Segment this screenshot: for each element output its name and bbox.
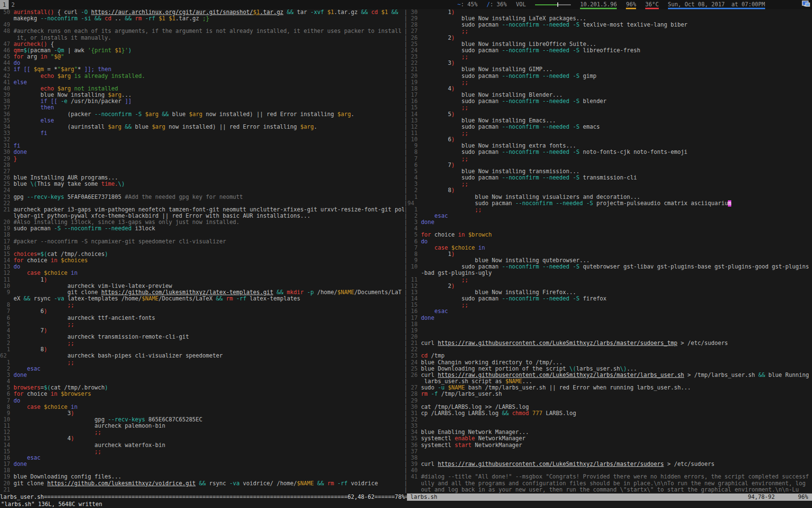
code-line[interactable]: 23gpg --recv-keys 5FAF0A6EE7371805 #Add … <box>0 194 404 200</box>
code-line[interactable]: |32 <box>404 417 812 423</box>
code-line[interactable]: 34 (aurinstall $arg && blue $arg now ins… <box>0 124 404 130</box>
code-line[interactable]: |25 blue Now installing LibreOffice Suit… <box>404 41 812 47</box>
code-line[interactable]: |5for choice in $browch <box>404 232 812 238</box>
code-line[interactable]: |13 blue Now installing Firefox... <box>404 289 812 296</box>
code-line[interactable]: |18 4) <box>404 86 812 92</box>
code-line[interactable]: |28rm -f /tmp/larbs_user.sh <box>404 391 812 397</box>
code-line[interactable]: |10 6) <box>404 136 812 143</box>
code-line[interactable]: |ully and all the programs and configura… <box>404 480 812 487</box>
code-line[interactable]: 35 else <box>0 118 404 124</box>
code-line[interactable]: 9 3) <box>0 410 404 417</box>
code-line[interactable]: 19sudo pacman -S --noconfirm --needed i3… <box>0 225 404 232</box>
code-line[interactable]: 4 <box>0 378 404 385</box>
code-line[interactable]: 62 aurcheck bash-pipes cli-visualizer sp… <box>0 353 404 359</box>
left-pane-larbs-user-sh[interactable]: 50aurinstall() { curl -O https://aur.arc… <box>0 9 404 493</box>
code-line[interactable]: |16 sudo pacman --noconfirm --needed -S … <box>404 98 812 105</box>
workspace-tag-2[interactable]: 2 <box>9 0 17 9</box>
code-line[interactable]: it, or installs it manually. <box>0 35 404 41</box>
code-line[interactable]: |3 ;; <box>404 181 812 187</box>
code-line[interactable]: 11 aurcheck palemoon-bin <box>0 423 404 429</box>
code-line[interactable]: 22 <box>0 200 404 207</box>
volume-slider[interactable] <box>535 0 571 9</box>
code-line[interactable]: 10 gpg --recv-keys 865E6C87C65285EC <box>0 417 404 423</box>
code-line[interactable]: 40 echo $arg not installed <box>0 86 404 92</box>
code-line[interactable]: |8 sudo pacman --noconfirm --needed -S n… <box>404 149 812 155</box>
code-line[interactable]: 38 if [[ -e /usr/bin/packer ]] <box>0 98 404 105</box>
code-line[interactable]: 19blue Downloading config files... <box>0 474 404 480</box>
code-line[interactable]: |41#dialog --title "All done!" --msgbox … <box>404 474 812 480</box>
code-line[interactable]: 39 blue Now installing $arg... <box>0 92 404 98</box>
code-line[interactable]: 12 ;; <box>0 429 404 435</box>
code-line[interactable]: 9 git clone https://github.com/lukesmith… <box>0 289 404 296</box>
code-line[interactable]: |20 <box>404 334 812 340</box>
code-line[interactable]: |19 ;; <box>404 79 812 86</box>
code-line[interactable]: 49 <box>0 22 404 28</box>
code-line[interactable]: |8 1) <box>404 251 812 257</box>
code-line[interactable]: |16 esac <box>404 308 812 314</box>
code-line[interactable]: 11 1) <box>0 277 404 283</box>
code-line[interactable]: 46qm=$(pacman -Qm | awk '{print $1}') <box>0 47 404 54</box>
code-line[interactable]: 44do <box>0 60 404 66</box>
code-line[interactable]: 45for arg in "$@" <box>0 54 404 60</box>
code-line[interactable]: 25blue \(This may take some time.\) <box>0 181 404 187</box>
code-line[interactable]: |30 1) <box>404 9 812 15</box>
code-line[interactable]: |28 sudo pacman --noconfirm --needed -S … <box>404 22 812 28</box>
code-line[interactable]: |15 ;; <box>404 105 812 111</box>
code-line[interactable]: |27sudo -u $NAME bash /tmp/larbs_user.sh… <box>404 385 812 391</box>
code-line[interactable]: 41else <box>0 79 404 86</box>
code-line[interactable]: 6for choice in $browsers <box>0 391 404 397</box>
code-line[interactable]: 20git clone https://github.com/lukesmith… <box>0 480 404 487</box>
code-line[interactable]: 33 fi <box>0 130 404 136</box>
code-line[interactable]: 4 7) <box>0 328 404 334</box>
code-line[interactable]: |11 ;; <box>404 130 812 136</box>
code-line[interactable]: 18 <box>0 467 404 474</box>
code-line[interactable]: 5browsers=$(cat /tmp/.browch) <box>0 385 404 391</box>
code-line[interactable]: 7do <box>0 398 404 404</box>
code-line[interactable]: 26blue Installing AUR programs... <box>0 175 404 181</box>
code-line[interactable]: |1 blue Now installing visualizers and d… <box>404 194 812 200</box>
statusline-inactive[interactable]: larbs_user.sh===========================… <box>0 493 407 501</box>
code-line[interactable]: |37 <box>404 448 812 455</box>
code-line[interactable]: 17#packer --noconfirm -S ncpamixer-git s… <box>0 239 404 245</box>
code-line[interactable]: |13 blue Now installing Emacs... <box>404 118 812 124</box>
code-line[interactable]: |24 sudo pacman --noconfirm --needed -S … <box>404 47 812 54</box>
code-line[interactable]: |2 8) <box>404 187 812 194</box>
code-line[interactable]: 15choices=$(cat /tmp/.choices) <box>0 251 404 257</box>
code-line[interactable]: 13do <box>0 264 404 270</box>
code-line[interactable]: |38 <box>404 455 812 461</box>
code-line[interactable]: 21aurcheck packer i3-gaps vim-pathogen n… <box>0 207 404 213</box>
code-line[interactable]: |24blue Changin working directory to /tm… <box>404 359 812 366</box>
code-line[interactable]: 12 case $choice in <box>0 270 404 276</box>
workspace-tag-1[interactable]: 1 <box>0 0 9 9</box>
code-line[interactable]: 8 ;; <box>0 302 404 308</box>
code-line[interactable]: |14 sudo pacman --noconfirm --needed -S … <box>404 296 812 302</box>
code-line[interactable]: |21 blue Now installing GIMP... <box>404 66 812 73</box>
code-line[interactable]: |20 sudo pacman --noconfirm --needed -S … <box>404 73 812 79</box>
code-line[interactable]: 48#aurcheck runs on each of its argument… <box>0 28 404 34</box>
code-line[interactable]: |3done <box>404 219 812 225</box>
code-line[interactable]: 30done <box>0 149 404 155</box>
code-line[interactable]: 27 <box>0 168 404 175</box>
code-line[interactable]: |1 ;; <box>404 207 812 213</box>
code-line[interactable]: |33 <box>404 423 812 429</box>
code-line[interactable]: |30cat /tmp/LARBS.log >> /LARBS.log <box>404 404 812 410</box>
code-line[interactable]: |4 <box>404 225 812 232</box>
code-line[interactable]: |11 ;; <box>404 277 812 283</box>
code-line[interactable]: 5 ;; <box>0 321 404 328</box>
code-line[interactable]: |12 sudo pacman --noconfirm --needed -S … <box>404 124 812 130</box>
code-line[interactable]: |5 blue Now installing transmission... <box>404 168 812 175</box>
code-line[interactable]: 1 ;; <box>0 359 404 366</box>
code-line[interactable]: |19 <box>404 328 812 334</box>
code-line[interactable]: 24 <box>0 187 404 194</box>
code-line[interactable]: |7 case $choice in <box>404 245 812 251</box>
code-line[interactable]: |4 sudo pacman --noconfirm --needed -S t… <box>404 175 812 181</box>
right-pane-larbs-sh[interactable]: |30 1)|29 blue Now installing LaTeX pack… <box>404 9 812 493</box>
code-line[interactable]: |34blue Enabling Network Manager... <box>404 429 812 435</box>
code-line[interactable]: | larbs_user.sh script as $NAME... <box>404 378 812 385</box>
code-line[interactable]: |39curl https://raw.githubusercontent.co… <box>404 461 812 467</box>
code-line[interactable]: |22 3) <box>404 60 812 66</box>
code-line[interactable]: eX && rsync -va latex-templates /home/$N… <box>0 296 404 302</box>
code-line[interactable]: |22 <box>404 346 812 353</box>
code-line[interactable]: 18 <box>0 232 404 238</box>
code-line[interactable]: |29 blue Now installing LaTeX packages..… <box>404 15 812 22</box>
